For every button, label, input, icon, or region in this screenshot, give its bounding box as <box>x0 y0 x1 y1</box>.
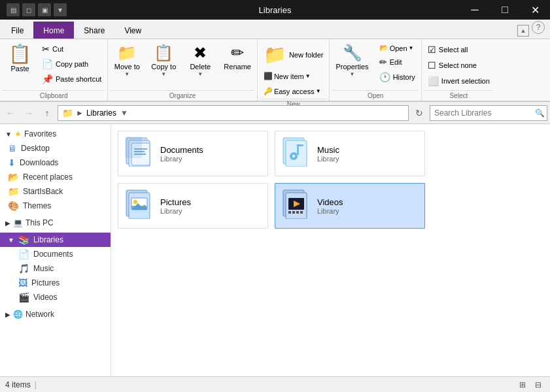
move-to-arrow: ▼ <box>124 71 129 77</box>
music-lib-info: Music Library <box>317 145 339 163</box>
documents-lib-sub: Library <box>160 155 203 163</box>
select-all-icon: ☑ <box>428 44 436 55</box>
tab-view[interactable]: View <box>114 22 151 39</box>
new-content: 📁 New folder ⬛ New item ▼ 🔑 Easy access … <box>260 42 327 97</box>
ribbon-expand-btn[interactable]: ▲ <box>517 25 529 37</box>
back-button[interactable]: ← <box>3 105 18 121</box>
rename-label: Rename <box>224 63 251 71</box>
copy-path-button[interactable]: 📄 Copy path <box>39 57 105 71</box>
select-all-button[interactable]: ☑ Select all <box>424 42 472 57</box>
paste-shortcut-button[interactable]: 📌 Paste shortcut <box>39 72 105 86</box>
win-icon-3[interactable]: ▣ <box>38 3 51 16</box>
forward-button[interactable]: → <box>21 105 37 121</box>
ribbon-body: 📋 Paste ✂ Cut 📄 Copy path 📌 Paste shortc… <box>0 39 550 102</box>
select-group: ☑ Select all ☐ Select none ⬜ Invert sele… <box>422 39 496 101</box>
close-button[interactable]: ✕ <box>520 0 550 20</box>
svg-rect-23 <box>288 211 291 214</box>
sidebar-docs-icon: 📄 <box>18 249 29 259</box>
invert-selection-button[interactable]: ⬜ Invert selection <box>424 74 493 88</box>
view-details-button[interactable]: ⊞ <box>516 378 529 391</box>
thispc-header[interactable]: ▶ 💻 This PC <box>0 216 111 230</box>
win-icon-2[interactable]: ◻ <box>22 3 35 16</box>
sidebar-label-themes: Themes <box>23 201 51 210</box>
select-none-button[interactable]: ☐ Select none <box>424 58 480 73</box>
network-expand-icon: ▶ <box>5 311 10 318</box>
svg-rect-25 <box>296 211 299 214</box>
address-dropdown-icon[interactable]: ▼ <box>119 108 129 118</box>
sidebar-item-downloads[interactable]: ⬇ Downloads <box>0 155 111 170</box>
minimize-button[interactable]: ─ <box>460 0 490 20</box>
copy-to-button[interactable]: 📋 Copy to ▼ <box>147 42 180 79</box>
desktop-icon: 🖥 <box>8 143 17 154</box>
window-icon-group: ▤ ◻ ▣ ▼ <box>7 3 67 16</box>
open-col: 📂 Open ▼ ✏ Edit 🕐 History <box>376 42 419 84</box>
sidebar-item-music[interactable]: 🎵 Music <box>0 261 111 276</box>
clipboard-group-label: Clipboard <box>3 90 105 101</box>
sidebar-item-libraries[interactable]: ▼ 📚 Libraries <box>0 233 111 247</box>
library-item-videos[interactable]: Videos Library <box>275 183 425 229</box>
videos-library-icon <box>281 188 312 225</box>
search-input[interactable] <box>434 108 532 118</box>
sidebar-item-desktop[interactable]: 🖥 Desktop <box>0 141 111 155</box>
tab-home[interactable]: Home <box>33 22 74 39</box>
delete-icon: ✖ <box>194 44 207 62</box>
favorites-header[interactable]: ▼ ★ Favorites <box>0 127 111 141</box>
documents-library-icon <box>124 135 155 172</box>
new-item-button[interactable]: ⬛ New item ▼ <box>260 70 314 82</box>
move-to-button[interactable]: 📁 Move to ▼ <box>111 42 143 79</box>
downloads-icon: ⬇ <box>8 157 16 168</box>
thispc-expand-icon: ▶ <box>5 220 10 227</box>
open-button[interactable]: 📂 Open ▼ <box>376 42 419 54</box>
new-folder-button[interactable]: 📁 New folder <box>260 42 327 67</box>
item-count: 4 items <box>5 380 31 389</box>
refresh-button[interactable]: ↻ <box>411 105 427 121</box>
copy-to-icon: 📋 <box>154 44 173 62</box>
open-icon: 📂 <box>379 44 388 52</box>
library-item-pictures[interactable]: Pictures Library <box>118 183 268 229</box>
library-item-documents[interactable]: Documents Library <box>118 131 268 176</box>
properties-button[interactable]: 🔧 Properties ▼ <box>332 42 371 79</box>
copy-path-icon: 📄 <box>42 59 53 69</box>
cut-button[interactable]: ✂ Cut <box>39 42 105 56</box>
svg-rect-26 <box>300 211 303 214</box>
sidebar-label-pictures: Pictures <box>31 278 60 287</box>
win-icon-1[interactable]: ▤ <box>7 3 20 16</box>
easy-access-button[interactable]: 🔑 Easy access ▼ <box>260 85 324 97</box>
maximize-button[interactable]: □ <box>490 0 520 20</box>
pictures-lib-name: Pictures <box>160 197 191 207</box>
network-header[interactable]: ▶ 🌐 Network <box>0 307 111 321</box>
invert-icon: ⬜ <box>428 76 439 86</box>
help-button[interactable]: ? <box>532 21 545 34</box>
sidebar-item-documents[interactable]: 📄 Documents <box>0 247 111 261</box>
win-icon-4[interactable]: ▼ <box>54 3 67 16</box>
sidebar-item-themes[interactable]: 🎨 Themes <box>0 199 111 213</box>
rename-button[interactable]: ✏ Rename <box>220 42 254 73</box>
svg-point-17 <box>133 200 137 204</box>
music-lib-name: Music <box>317 145 339 155</box>
delete-button[interactable]: ✖ Delete ▼ <box>184 42 216 79</box>
sidebar-pics-icon: 🖼 <box>18 278 27 288</box>
favorites-label: Favorites <box>24 129 56 139</box>
sidebar-item-startisback[interactable]: 📁 StartIsBack <box>0 184 111 199</box>
search-box[interactable]: 🔍 <box>430 105 547 121</box>
sidebar-item-pictures[interactable]: 🖼 Pictures <box>0 276 111 290</box>
sidebar-label-videos: Videos <box>33 293 57 302</box>
videos-lib-info: Videos Library <box>317 197 343 215</box>
up-button[interactable]: ↑ <box>39 105 55 121</box>
music-library-icon <box>281 135 312 172</box>
edit-button[interactable]: ✏ Edit <box>376 55 419 69</box>
sidebar-item-videos[interactable]: 🎬 Videos <box>0 290 111 304</box>
library-item-music[interactable]: Music Library <box>275 131 425 176</box>
sidebar-item-recent[interactable]: 📂 Recent places <box>0 170 111 184</box>
paste-icon: 📋 <box>9 45 31 63</box>
history-button[interactable]: 🕐 History <box>376 70 419 84</box>
tab-share[interactable]: Share <box>74 22 114 39</box>
paste-button[interactable]: 📋 Paste <box>3 42 37 76</box>
music-lib-sub: Library <box>317 155 339 163</box>
clipboard-col: ✂ Cut 📄 Copy path 📌 Paste shortcut <box>39 42 105 86</box>
properties-icon: 🔧 <box>343 44 362 62</box>
view-large-button[interactable]: ⊟ <box>532 378 545 391</box>
main-area: ▼ ★ Favorites 🖥 Desktop ⬇ Downloads 📂 Re… <box>0 124 550 376</box>
tab-file[interactable]: File <box>1 22 33 39</box>
address-path[interactable]: 📁 ► Libraries ▼ <box>58 105 409 121</box>
